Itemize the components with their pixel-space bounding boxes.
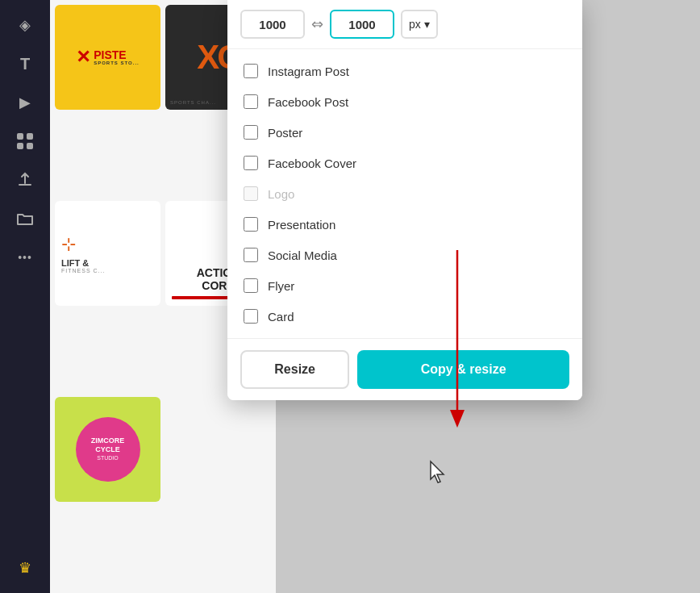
checkbox-input[interactable] (244, 309, 258, 324)
resize-icon: ⇔ (311, 15, 323, 33)
svg-rect-3 (27, 143, 33, 149)
checkbox-input[interactable] (244, 94, 258, 109)
checkbox-label: Social Media (268, 248, 337, 262)
crown-icon[interactable]: ♛ (8, 551, 42, 585)
checkbox-item[interactable]: Instagram Post (240, 56, 569, 86)
checkbox-input[interactable] (244, 278, 258, 293)
text-icon[interactable]: T (8, 47, 42, 81)
video-icon[interactable]: ▶ (8, 86, 42, 119)
unit-selector[interactable]: px ▾ (401, 10, 438, 39)
checkbox-label: Poster (268, 126, 302, 140)
checkbox-item[interactable]: Presentation (240, 209, 569, 240)
pattern-icon[interactable] (8, 124, 42, 158)
unit-label: px (409, 18, 421, 31)
checkbox-label: Flyer (268, 279, 294, 293)
copy-resize-button[interactable]: Copy & resize (357, 350, 569, 389)
checkbox-item[interactable]: Social Media (240, 240, 569, 270)
width-input[interactable]: 1000 (240, 10, 305, 39)
checkbox-item[interactable]: Facebook Post (240, 86, 569, 117)
checkbox-label: Facebook Post (268, 95, 348, 109)
checkbox-label: Facebook Cover (268, 157, 356, 170)
checkbox-input[interactable] (244, 217, 258, 232)
checkbox-input[interactable] (244, 64, 258, 78)
checkbox-item[interactable]: Logo (240, 178, 569, 209)
checkbox-item[interactable]: Flyer (240, 270, 569, 301)
popup-overlay: 1000 ⇔ 1000 px ▾ Instagram PostFacebook … (50, 0, 700, 593)
elements-icon[interactable]: ◈ (8, 8, 42, 42)
checkbox-label: Presentation (268, 218, 335, 232)
sidebar: ◈ T ▶ ••• ♛ (0, 0, 50, 593)
popup-list: Instagram PostFacebook PostPosterFaceboo… (227, 49, 582, 338)
checkbox-item[interactable]: Facebook Cover (240, 148, 569, 178)
checkbox-label: Instagram Post (268, 65, 349, 78)
height-input[interactable]: 1000 (330, 10, 394, 39)
checkbox-item[interactable]: Card (240, 301, 569, 332)
canvas-area: ✕ PISTE SPORTS STO... XC SPORTS CHA... ⊹… (50, 0, 700, 593)
svg-rect-2 (17, 143, 23, 149)
popup-top: 1000 ⇔ 1000 px ▾ (227, 0, 582, 49)
popup-footer: Resize Copy & resize (227, 338, 582, 400)
resize-button[interactable]: Resize (240, 350, 349, 389)
svg-rect-0 (17, 133, 23, 140)
unit-arrow: ▾ (424, 18, 430, 31)
more-icon[interactable]: ••• (8, 240, 42, 274)
checkbox-label: Logo (268, 187, 294, 201)
checkbox-item[interactable]: Poster (240, 117, 569, 148)
folder-icon[interactable] (8, 202, 42, 236)
checkbox-input[interactable] (244, 186, 258, 201)
resize-popup: 1000 ⇔ 1000 px ▾ Instagram PostFacebook … (227, 0, 582, 400)
svg-rect-1 (27, 133, 33, 140)
checkbox-input[interactable] (244, 248, 258, 262)
checkbox-label: Card (268, 310, 294, 324)
upload-icon[interactable] (8, 163, 42, 197)
checkbox-input[interactable] (244, 156, 258, 170)
checkbox-input[interactable] (244, 125, 258, 140)
